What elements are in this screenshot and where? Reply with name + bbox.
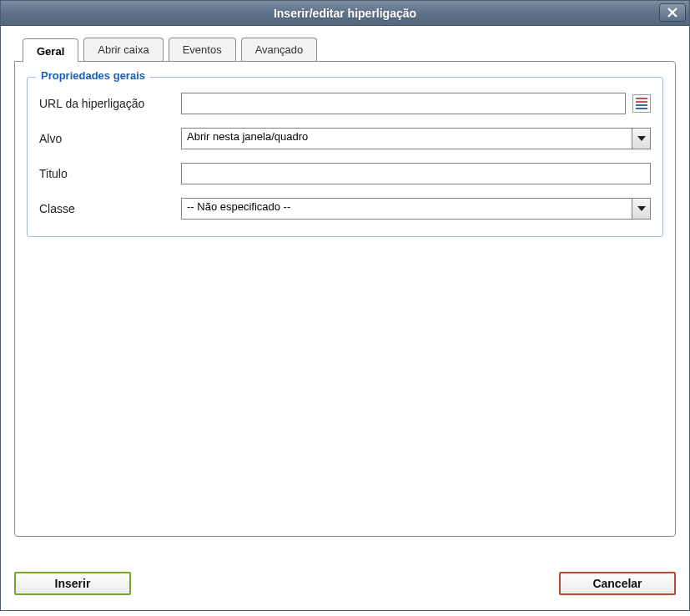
tab-panel-general: Propriedades gerais URL da hiperligação … xyxy=(14,61,676,537)
target-select-wrap: Abrir nesta janela/quadro xyxy=(181,128,651,149)
close-icon xyxy=(667,8,677,18)
insert-button-label: Inserir xyxy=(55,577,91,590)
label-class: Classe xyxy=(39,202,181,215)
label-target: Alvo xyxy=(39,132,181,145)
button-row: Inserir Cancelar xyxy=(14,572,676,595)
close-button[interactable] xyxy=(659,3,686,22)
title-input[interactable] xyxy=(181,163,651,184)
tabs-row: Geral Abrir caixa Eventos Avançado xyxy=(23,38,676,61)
class-select-value: -- Não especificado -- xyxy=(187,200,290,213)
general-properties-fieldset: Propriedades gerais URL da hiperligação … xyxy=(27,77,663,237)
dialog-title: Inserir/editar hiperligação xyxy=(274,7,416,20)
target-select[interactable]: Abrir nesta janela/quadro xyxy=(181,128,651,149)
titlebar: Inserir/editar hiperligação xyxy=(1,1,689,26)
browse-button[interactable] xyxy=(632,94,651,113)
fieldset-legend: Propriedades gerais xyxy=(36,69,150,82)
target-select-value: Abrir nesta janela/quadro xyxy=(187,130,308,143)
list-icon xyxy=(636,98,647,109)
row-url: URL da hiperligação xyxy=(39,93,651,114)
tab-label: Avançado xyxy=(255,43,304,56)
label-url: URL da hiperligação xyxy=(39,97,181,110)
tab-label: Geral xyxy=(37,45,64,58)
class-select[interactable]: -- Não especificado -- xyxy=(181,198,651,220)
label-title: Titulo xyxy=(39,167,181,180)
row-class: Classe -- Não especificado -- xyxy=(39,198,651,220)
content-area: Geral Abrir caixa Eventos Avançado Propr… xyxy=(1,26,689,610)
tab-general[interactable]: Geral xyxy=(23,38,78,62)
tab-label: Eventos xyxy=(183,43,222,56)
tab-popup[interactable]: Abrir caixa xyxy=(83,38,163,61)
tab-advanced[interactable]: Avançado xyxy=(241,38,318,61)
dialog-window: Inserir/editar hiperligação Geral Abrir … xyxy=(0,0,690,611)
class-select-wrap: -- Não especificado -- xyxy=(181,198,651,220)
row-target: Alvo Abrir nesta janela/quadro xyxy=(39,128,651,149)
cancel-button-label: Cancelar xyxy=(592,577,642,590)
tab-events[interactable]: Eventos xyxy=(169,38,236,61)
url-input[interactable] xyxy=(181,93,626,114)
insert-button[interactable]: Inserir xyxy=(14,572,131,595)
tab-label: Abrir caixa xyxy=(98,43,149,56)
cancel-button[interactable]: Cancelar xyxy=(559,572,676,595)
row-title: Titulo xyxy=(39,163,651,184)
